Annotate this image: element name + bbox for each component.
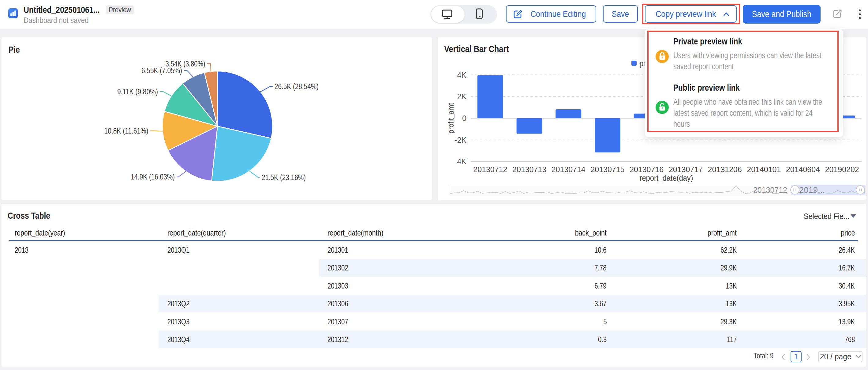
svg-text:20190202: 20190202 bbox=[825, 165, 859, 174]
svg-text:3.54K (3.80%): 3.54K (3.80%) bbox=[165, 59, 205, 68]
svg-text:4K: 4K bbox=[457, 71, 466, 79]
svg-text:20130712: 20130712 bbox=[753, 185, 787, 195]
svg-text:2019...: 2019... bbox=[799, 185, 825, 195]
svg-text:20130716: 20130716 bbox=[629, 165, 663, 174]
svg-text:0: 0 bbox=[462, 114, 466, 122]
svg-text:-4K: -4K bbox=[455, 157, 466, 166]
svg-text:profit_amt: profit_amt bbox=[446, 103, 455, 134]
svg-text:14.9K (16.03%): 14.9K (16.03%) bbox=[131, 172, 175, 181]
svg-text:9.11K (9.80%): 9.11K (9.80%) bbox=[117, 87, 158, 96]
svg-text:20140604: 20140604 bbox=[786, 165, 820, 174]
svg-text:20130717: 20130717 bbox=[669, 165, 703, 174]
svg-text:10.8K (11.61%): 10.8K (11.61%) bbox=[104, 126, 149, 135]
svg-text:21.5K (23.16%): 21.5K (23.16%) bbox=[262, 173, 306, 182]
svg-text:20130712: 20130712 bbox=[473, 165, 507, 174]
svg-text:2K: 2K bbox=[457, 92, 466, 101]
svg-text:20140101: 20140101 bbox=[747, 165, 781, 174]
svg-text:26.5K (28.54%): 26.5K (28.54%) bbox=[275, 82, 319, 91]
svg-text:20130715: 20130715 bbox=[591, 165, 625, 174]
svg-text:20130714: 20130714 bbox=[552, 165, 586, 174]
svg-text:report_date(day): report_date(day) bbox=[640, 174, 693, 182]
svg-text:20130713: 20130713 bbox=[513, 165, 546, 174]
svg-text:-2K: -2K bbox=[455, 136, 466, 144]
svg-text:20131206: 20131206 bbox=[708, 165, 742, 174]
